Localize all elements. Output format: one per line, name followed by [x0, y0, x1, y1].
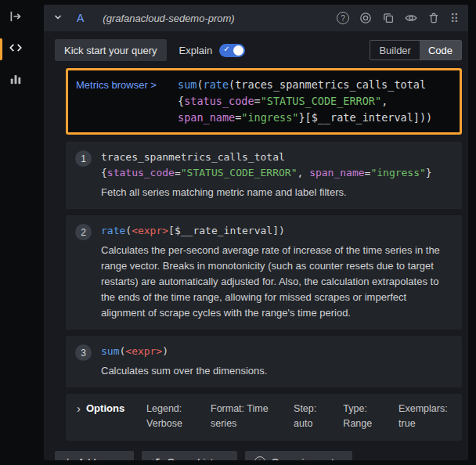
query-editor-panel: A (grafanacloud-sedemo-prom) ? ⠿ Kick st…	[44, 5, 468, 460]
add-query-button[interactable]: + Add query	[55, 451, 134, 460]
metrics-browser-link[interactable]: Metrics browser >	[76, 77, 170, 126]
step-content: rate(<expr>[$__rate_interval]) Calculate…	[101, 223, 451, 321]
left-sidebar	[0, 0, 31, 465]
option-summary-step: Step: auto	[294, 402, 321, 431]
record-circle-icon[interactable]	[359, 12, 372, 24]
options-collapsed-row[interactable]: › Options Legend: Verbose Format: Time s…	[66, 394, 462, 441]
editor-mode-switch: Builder Code	[370, 40, 462, 60]
bar-chart-icon	[9, 72, 23, 89]
toggle-knob	[233, 45, 243, 56]
builder-mode-button[interactable]: Builder	[370, 41, 419, 59]
info-icon: i	[254, 456, 265, 460]
promql-editor-highlighted: Metrics browser > sum(rate(traces_spanme…	[66, 68, 462, 135]
step-code: rate(<expr>[$__rate_interval])	[101, 223, 451, 239]
trash-icon[interactable]	[427, 12, 440, 24]
query-inspector-label: Query inspector	[272, 456, 344, 461]
query-row-actions: ? ⠿	[337, 12, 459, 24]
query-history-label: Query history	[167, 456, 227, 461]
drag-handle-icon[interactable]: ⠿	[450, 13, 459, 24]
help-icon[interactable]: ?	[337, 12, 349, 24]
add-query-label: Add query	[78, 456, 124, 461]
eye-icon[interactable]	[405, 12, 417, 24]
explain-step-1: 1 traces_spanmetrics_calls_total{status_…	[66, 142, 462, 209]
step-number-badge: 2	[75, 224, 92, 240]
editor-toolbar: Kick start your query Explain ✓ Builder …	[55, 39, 462, 61]
options-label-text: Options	[86, 402, 124, 414]
step-number-badge: 3	[75, 344, 92, 361]
duplicate-icon[interactable]	[382, 12, 395, 24]
option-summary-legend: Legend: Verbose	[146, 402, 189, 431]
query-row-header: A (grafanacloud-sedemo-prom) ? ⠿	[44, 5, 468, 31]
step-description: Calculates the per-second average rate o…	[101, 243, 451, 321]
step-description: Fetch all series matching metric name an…	[101, 185, 432, 200]
option-summary-exemplars: Exemplars: true	[398, 402, 451, 431]
query-history-button[interactable]: ↺ Query history	[142, 451, 237, 460]
active-indicator	[0, 38, 2, 60]
explain-section: 1 traces_spanmetrics_calls_total{status_…	[66, 142, 462, 388]
explain-control: Explain ✓	[179, 44, 246, 57]
query-code-editor[interactable]: sum(rate(traces_spanmetrics_calls_total{…	[178, 77, 432, 126]
sidebar-item-expand-pane[interactable]	[0, 6, 31, 30]
code-icon	[9, 41, 23, 58]
step-code: sum(<expr>)	[101, 344, 267, 359]
option-summary-format: Format: Time series	[211, 402, 272, 431]
expand-pane-icon	[9, 9, 23, 27]
query-ref-id[interactable]: A	[77, 12, 84, 24]
plus-icon: +	[64, 456, 71, 460]
option-summary-type: Type: Range	[343, 402, 377, 431]
kick-start-query-button[interactable]: Kick start your query	[55, 39, 167, 61]
history-icon: ↺	[151, 456, 161, 461]
options-label: › Options	[77, 402, 124, 415]
explain-step-2: 2 rate(<expr>[$__rate_interval]) Calcula…	[66, 215, 462, 330]
step-number-badge: 1	[75, 150, 92, 167]
sidebar-item-code-view[interactable]	[0, 38, 31, 61]
collapse-chevron-icon[interactable]	[53, 11, 63, 25]
explain-step-3: 3 sum(<expr>) Calculates sum over the di…	[66, 336, 462, 388]
footer-actions: + Add query ↺ Query history i Query insp…	[55, 451, 462, 460]
step-description: Calculates sum over the dimensions.	[101, 363, 267, 379]
code-mode-button[interactable]: Code	[420, 41, 461, 59]
step-content: traces_spanmetrics_calls_total{status_co…	[101, 150, 432, 200]
step-content: sum(<expr>) Calculates sum over the dime…	[101, 344, 267, 379]
explain-toggle[interactable]: ✓	[219, 44, 245, 57]
datasource-name: (grafanacloud-sedemo-prom)	[103, 13, 234, 24]
query-inspector-button[interactable]: i Query inspector	[245, 451, 353, 460]
chevron-right-icon: ›	[77, 402, 81, 415]
step-code: traces_spanmetrics_calls_total{status_co…	[101, 150, 432, 181]
sidebar-item-visualization[interactable]	[0, 69, 31, 92]
query-row-body: Kick start your query Explain ✓ Builder …	[44, 31, 468, 460]
check-icon: ✓	[223, 45, 229, 53]
explain-label: Explain	[179, 45, 213, 56]
